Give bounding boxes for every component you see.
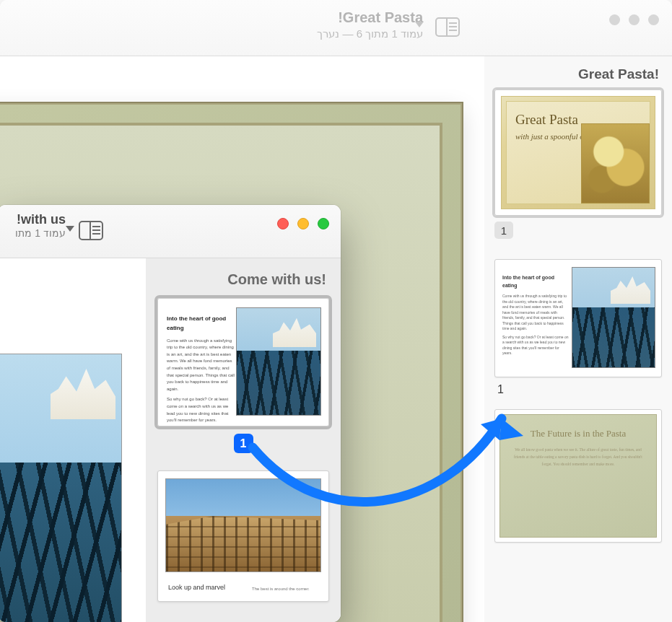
pasta-photo (581, 123, 650, 203)
future-body: We all know good pasta when we see it. T… (509, 447, 647, 468)
title-group-back: Great Pasta! עמוד 1 מתוך 6 — נערך (317, 9, 423, 40)
front-body: Come with us! Into the heart of good eat… (0, 258, 341, 622)
page-number-badge: 1 (494, 222, 513, 239)
sidebar-toggle-button[interactable] (435, 17, 460, 37)
colosseum-photo (165, 478, 321, 572)
page-thumbnail-1[interactable]: Into the heart of good eating Come with … (157, 298, 329, 426)
close-icon[interactable] (277, 218, 289, 229)
parchment-content: Great Pasta with just a spoonful of love (506, 101, 650, 204)
traffic-lights-back (609, 14, 659, 25)
thumbnail-sidebar-back: Great Pasta! Great Pasta with just a spo… (484, 56, 672, 622)
sidebar-title-front: Come with us! (160, 271, 326, 288)
venice-heading: Into the heart of good eating (502, 274, 569, 289)
page-number-label: 1 (497, 383, 662, 396)
ft-body1: Come with us through a satisfying trip t… (167, 338, 236, 393)
zoom-icon[interactable] (648, 14, 659, 25)
parchment-bg: Great Pasta with just a spoonful of love (501, 96, 655, 209)
canvas-front[interactable] (0, 258, 146, 622)
venice-body1: Come with us through a satisfying trip t… (502, 294, 569, 332)
document-subtitle-front: עמוד 1 מתו (1, 227, 66, 239)
titlebar-back: Great Pasta! עמוד 1 מתוך 6 — נערך (0, 0, 672, 56)
document-subtitle-back: עמוד 1 מתוך 6 — נערך (317, 27, 423, 40)
chevron-down-icon[interactable] (415, 22, 424, 27)
venice-photo (236, 307, 321, 416)
ft-body2: So why not go back? Or at least come on … (167, 396, 236, 424)
caption-sub: The best is around the corner. (252, 587, 310, 591)
page-thumbnail-1[interactable]: Great Pasta with just a spoonful of love (494, 89, 662, 216)
venice-photo (572, 267, 655, 368)
future-title: The Future is in the Pasta (509, 428, 647, 439)
title-group-front: with us! עמוד 1 מתו (1, 212, 66, 239)
thumbnail-sidebar-front: Come with us! Into the heart of good eat… (146, 258, 341, 622)
page-number-badge-selected: 1 (234, 434, 253, 453)
window-come-with-us: with us! עמוד 1 מתו Come with us! Into t… (0, 205, 341, 622)
document-title-back: Great Pasta! (317, 9, 423, 26)
ft-text: Into the heart of good eating Come with … (167, 315, 236, 424)
chevron-down-icon[interactable] (66, 226, 74, 232)
page-thumbnail-2[interactable]: Into the heart of good eating Come with … (494, 259, 662, 377)
future-frame: The Future is in the Pasta We all know g… (499, 414, 657, 538)
caption-main: Look up and marvel (168, 584, 225, 591)
traffic-lights-front (277, 218, 329, 229)
titlebar-front: with us! עמוד 1 מתו (0, 205, 341, 258)
ft-heading: Into the heart of good eating (167, 315, 236, 333)
minimize-icon[interactable] (297, 218, 309, 229)
page-thumbnail-3[interactable]: The Future is in the Pasta We all know g… (494, 409, 662, 543)
close-icon[interactable] (609, 14, 620, 25)
document-title-front: with us! (1, 212, 66, 227)
venice-body2: So why not go back? Or at least come on … (502, 335, 569, 356)
sidebar-toggle-button[interactable] (79, 221, 103, 240)
venice-photo-large (0, 354, 122, 622)
venice-text: Into the heart of good eating Come with … (502, 274, 569, 356)
zoom-icon[interactable] (318, 218, 329, 229)
minimize-icon[interactable] (629, 14, 640, 25)
page-thumbnail-2[interactable]: Look up and marvel The best is around th… (157, 470, 329, 602)
sidebar-title-back: Great Pasta! (497, 66, 659, 82)
